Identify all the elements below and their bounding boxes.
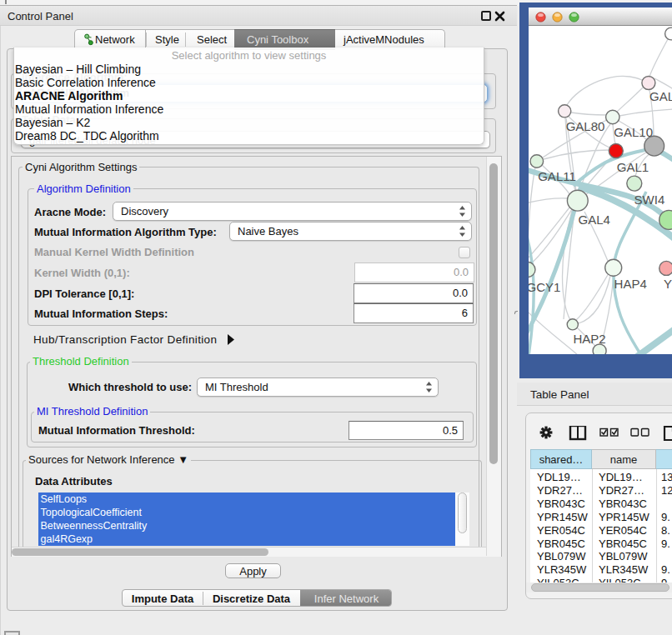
svg-text:GAL80: GAL80 — [566, 119, 605, 133]
svg-text:HAP4: HAP4 — [614, 277, 647, 291]
svg-text:Y: Y — [664, 277, 672, 291]
svg-text:GAL11: GAL11 — [538, 169, 576, 183]
svg-text:GAL10: GAL10 — [614, 125, 653, 139]
svg-text:GAL2: GAL2 — [649, 89, 672, 103]
svg-text:SWI4: SWI4 — [634, 192, 665, 207]
svg-text:GAL4: GAL4 — [579, 212, 610, 227]
svg-text:GCY1: GCY1 — [529, 280, 560, 294]
svg-text:GAL1: GAL1 — [617, 160, 649, 174]
svg-text:HAP2: HAP2 — [573, 332, 605, 346]
